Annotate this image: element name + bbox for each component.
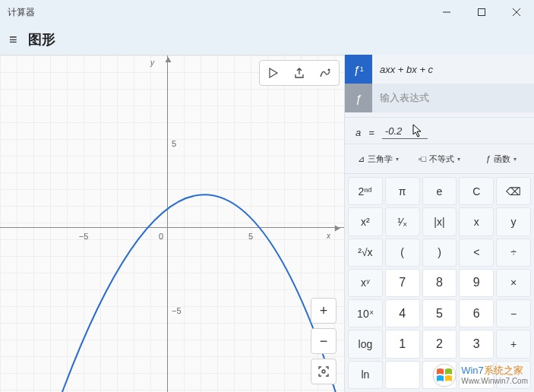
key-plus[interactable]: + — [496, 330, 531, 358]
titlebar: 计算器 — [0, 0, 534, 24]
function-list: ƒ1 axx + bx + c ƒ 输入表达式 — [345, 55, 534, 112]
tick-origin: 0 — [159, 232, 163, 241]
grid — [0, 55, 344, 392]
chevron-down-icon: ▾ — [457, 156, 460, 163]
key-6[interactable]: 6 — [459, 299, 494, 327]
key-5[interactable]: 5 — [422, 299, 457, 327]
key-9[interactable]: 9 — [459, 269, 494, 297]
key-y[interactable]: y — [496, 207, 531, 236]
page-title: 图形 — [28, 30, 55, 49]
equals-sign: = — [368, 127, 374, 138]
function-icon: ƒ — [485, 154, 490, 163]
key-log[interactable]: log — [348, 330, 383, 358]
key-multiply[interactable]: × — [496, 269, 531, 297]
close-button[interactable] — [499, 0, 534, 24]
key-backspace[interactable]: ⌫ — [496, 177, 531, 205]
fit-button[interactable] — [311, 359, 337, 384]
key-rparen[interactable]: ) — [422, 239, 457, 267]
function-mode-button[interactable]: ƒ 函数 ▾ — [471, 149, 531, 169]
y-axis — [167, 55, 168, 392]
key-blank3 — [459, 361, 494, 389]
parameter-row: a = -0.2 — [345, 117, 534, 144]
svg-rect-1 — [479, 9, 485, 16]
minimize-button[interactable] — [429, 0, 464, 24]
tick-y-neg5: −5 — [172, 306, 182, 315]
param-name: a — [355, 127, 361, 138]
tick-y-pos5: 5 — [172, 139, 176, 148]
graph-toolbar — [259, 60, 340, 86]
header: ≡ 图形 — [0, 24, 534, 55]
tick-x-neg5: −5 — [79, 232, 89, 241]
svg-point-6 — [328, 69, 330, 71]
x-axis-label: x — [327, 232, 330, 240]
key-minus[interactable]: − — [496, 299, 531, 327]
key-e[interactable]: e — [422, 177, 457, 205]
param-value-input[interactable]: -0.2 — [382, 125, 428, 139]
key-x[interactable]: x — [459, 207, 494, 236]
key-4[interactable]: 4 — [385, 299, 420, 327]
mode-row: ⊿ 三角学 ▾ ▫□ 不等式 ▾ ƒ 函数 ▾ — [345, 144, 534, 174]
key-sqrt[interactable]: ²√x — [348, 239, 383, 267]
side-panel: ƒ1 axx + bx + c ƒ 输入表达式 a = -0.2 — [344, 55, 534, 392]
menu-icon[interactable]: ≡ — [9, 32, 17, 48]
tick-x-pos5: 5 — [248, 232, 253, 241]
key-blank1 — [385, 361, 420, 389]
function-badge-1: ƒ1 — [345, 55, 372, 84]
key-abs[interactable]: |x| — [422, 207, 457, 236]
maximize-button[interactable] — [464, 0, 499, 24]
function-row-new[interactable]: ƒ 输入表达式 — [345, 84, 534, 112]
content: y x −5 5 0 5 −5 + − — [0, 55, 534, 392]
key-2nd[interactable]: 2ⁿᵈ — [348, 177, 383, 205]
key-pow[interactable]: xʸ — [348, 269, 383, 297]
inequality-icon: ▫□ — [419, 154, 427, 163]
zoom-out-button[interactable]: − — [311, 328, 337, 354]
function-input-placeholder[interactable]: 输入表达式 — [372, 91, 534, 105]
inequality-mode-button[interactable]: ▫□ 不等式 ▾ — [409, 149, 469, 169]
triangle-icon: ⊿ — [358, 154, 365, 164]
key-square[interactable]: x² — [348, 207, 383, 236]
key-clear[interactable]: C — [459, 177, 494, 205]
trig-mode-button[interactable]: ⊿ 三角学 ▾ — [348, 149, 408, 169]
graph-canvas[interactable]: y x −5 5 0 5 −5 + − — [0, 55, 344, 392]
key-lparen[interactable]: ( — [385, 239, 420, 267]
chevron-down-icon: ▾ — [513, 156, 517, 163]
key-pi[interactable]: π — [385, 177, 420, 205]
keypad: 2ⁿᵈ π e C ⌫ x² ¹⁄ₓ |x| x y ²√x ( ) < ÷ x… — [345, 174, 534, 392]
svg-point-7 — [322, 370, 325, 373]
chevron-down-icon: ▾ — [396, 156, 399, 163]
key-8[interactable]: 8 — [422, 269, 457, 297]
key-10x[interactable]: 10ˣ — [348, 299, 383, 327]
key-divide[interactable]: ÷ — [496, 239, 531, 267]
key-7[interactable]: 7 — [385, 269, 420, 297]
app-title: 计算器 — [8, 6, 35, 19]
key-ln[interactable]: ln — [348, 361, 383, 389]
key-reciprocal[interactable]: ¹⁄ₓ — [385, 207, 420, 236]
function-row-1[interactable]: ƒ1 axx + bx + c — [345, 55, 534, 84]
key-1[interactable]: 1 — [385, 330, 420, 358]
function-expr-1[interactable]: axx + bx + c — [372, 64, 534, 75]
trace-button[interactable] — [261, 62, 286, 84]
graph-options-button[interactable] — [313, 62, 337, 84]
key-3[interactable]: 3 — [459, 330, 494, 358]
window-controls — [429, 0, 534, 24]
x-axis — [0, 227, 344, 228]
zoom-in-button[interactable]: + — [311, 298, 337, 324]
key-blank4 — [496, 361, 531, 389]
key-lt[interactable]: < — [459, 239, 494, 267]
key-2[interactable]: 2 — [422, 330, 457, 358]
y-axis-label: y — [150, 58, 154, 67]
function-badge-new: ƒ — [345, 84, 372, 112]
zoom-controls: + − — [311, 298, 337, 384]
share-button[interactable] — [287, 62, 311, 84]
key-blank2 — [422, 361, 457, 389]
